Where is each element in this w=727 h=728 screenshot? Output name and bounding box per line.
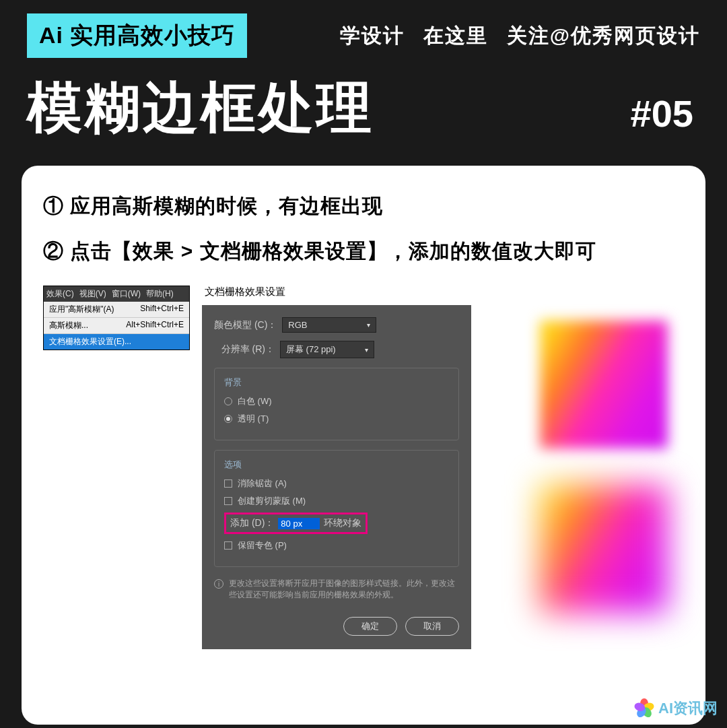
options-group: 选项 消除锯齿 (A) 创建剪切蒙版 (M) 添加 (D)： 80 px 环绕对… [214,450,459,567]
menu-item-label: 文档栅格效果设置(E)... [49,336,131,348]
menu-help[interactable]: 帮助(H) [146,288,174,300]
title-row: 模糊边框处理 #05 [0,58,727,166]
options-title: 选项 [224,459,449,471]
page-number: #05 [631,92,693,135]
radio-label: 透明 (T) [238,413,269,425]
select-value: 屏幕 (72 ppi) [286,343,336,356]
menu-item-label: 应用"高斯模糊"(A) [49,304,114,315]
gradient-previews [540,321,668,613]
gradient-preview-before [540,321,668,449]
checkbox-icon [224,479,232,488]
header-tags: 学设计 在这里 关注@优秀网页设计 [340,22,700,50]
resolution-select[interactable]: 屏幕 (72 ppi) ▾ [280,341,374,358]
menu-screenshot: 效果(C) 视图(V) 窗口(W) 帮助(H) 应用"高斯模糊"(A) Shif… [43,286,190,350]
check-clipmask[interactable]: 创建剪切蒙版 (M) [224,495,449,507]
add-around-row: 添加 (D)： 80 px 环绕对象 [224,512,368,534]
checkbox-icon [224,541,232,550]
add-suffix: 环绕对象 [324,517,361,529]
select-value: RGB [288,320,307,330]
check-antialias[interactable]: 消除锯齿 (A) [224,477,449,490]
chevron-down-icon: ▾ [365,346,368,354]
checkbox-icon [224,497,232,505]
chevron-down-icon: ▾ [367,321,370,329]
check-label: 消除锯齿 (A) [238,477,287,490]
add-value-input[interactable]: 80 px [278,518,320,529]
series-badge: Ai 实用高效小技巧 [27,13,247,58]
background-group: 背景 白色 (W) 透明 (T) [214,368,459,440]
dialog-column: 文档栅格效果设置 颜色模型 (C)： RGB ▾ 分辨率 (R)： 屏幕 (72… [202,286,471,649]
menu-dropdown: 应用"高斯模糊"(A) Shift+Ctrl+E 高斯模糊... Alt+Shi… [44,302,189,350]
check-label: 保留专色 (P) [238,539,287,552]
menu-item-raster-settings[interactable]: 文档栅格效果设置(E)... [44,334,189,350]
info-row: i 更改这些设置将断开应用于图像的图形样式链接。此外，更改这些设置还可能影响当前… [214,578,459,601]
radio-icon [224,415,232,423]
background-title: 背景 [224,376,449,389]
content-card: ① 应用高斯模糊的时候，有边框出现 ② 点击【效果 > 文档栅格效果设置】，添加… [22,166,705,725]
resolution-row: 分辨率 (R)： 屏幕 (72 ppi) ▾ [214,341,459,358]
menu-item-shortcut: Shift+Ctrl+E [140,304,184,315]
info-icon: i [214,579,223,589]
dialog-title: 文档栅格效果设置 [202,286,471,298]
radio-white[interactable]: 白色 (W) [224,395,449,407]
check-label: 创建剪切蒙版 (M) [238,495,306,507]
cancel-button[interactable]: 取消 [405,617,459,636]
step-2: ② 点击【效果 > 文档栅格效果设置】，添加的数值改大即可 [43,238,684,265]
menu-item-shortcut: Alt+Shift+Ctrl+E [126,320,184,331]
dialog-buttons: 确定 取消 [214,617,459,636]
menu-bar: 效果(C) 视图(V) 窗口(W) 帮助(H) [44,286,189,302]
flower-icon [634,698,654,719]
info-text: 更改这些设置将断开应用于图像的图形样式链接。此外，更改这些设置还可能影响当前应用… [229,578,459,601]
radio-label: 白色 (W) [238,395,272,407]
tag-here: 在这里 [423,22,488,50]
watermark-text: AI资讯网 [658,698,718,719]
tag-study: 学设计 [340,22,405,50]
check-spot[interactable]: 保留专色 (P) [224,539,449,552]
gradient-preview-after [540,485,668,613]
menu-view[interactable]: 视图(V) [79,288,106,300]
add-label: 添加 (D)： [230,517,274,529]
menu-item-apply-blur[interactable]: 应用"高斯模糊"(A) Shift+Ctrl+E [44,302,189,318]
tag-follow: 关注@优秀网页设计 [507,22,700,50]
menu-item-gaussian-blur[interactable]: 高斯模糊... Alt+Shift+Ctrl+E [44,318,189,334]
color-model-select[interactable]: RGB ▾ [282,317,376,333]
menu-window[interactable]: 窗口(W) [112,288,141,300]
page-title: 模糊边框处理 [27,71,374,145]
step-1: ① 应用高斯模糊的时候，有边框出现 [43,193,684,220]
menu-effect[interactable]: 效果(C) [46,288,74,300]
raster-dialog: 颜色模型 (C)： RGB ▾ 分辨率 (R)： 屏幕 (72 ppi) ▾ 背… [202,305,471,649]
color-model-label: 颜色模型 (C)： [214,319,277,331]
resolution-label: 分辨率 (R)： [214,343,275,356]
menu-item-label: 高斯模糊... [49,320,88,331]
radio-transparent[interactable]: 透明 (T) [224,413,449,425]
radio-icon [224,397,232,405]
ok-button[interactable]: 确定 [343,617,397,636]
watermark: AI资讯网 [634,698,718,719]
header: Ai 实用高效小技巧 学设计 在这里 关注@优秀网页设计 [0,0,727,58]
color-model-row: 颜色模型 (C)： RGB ▾ [214,317,459,333]
